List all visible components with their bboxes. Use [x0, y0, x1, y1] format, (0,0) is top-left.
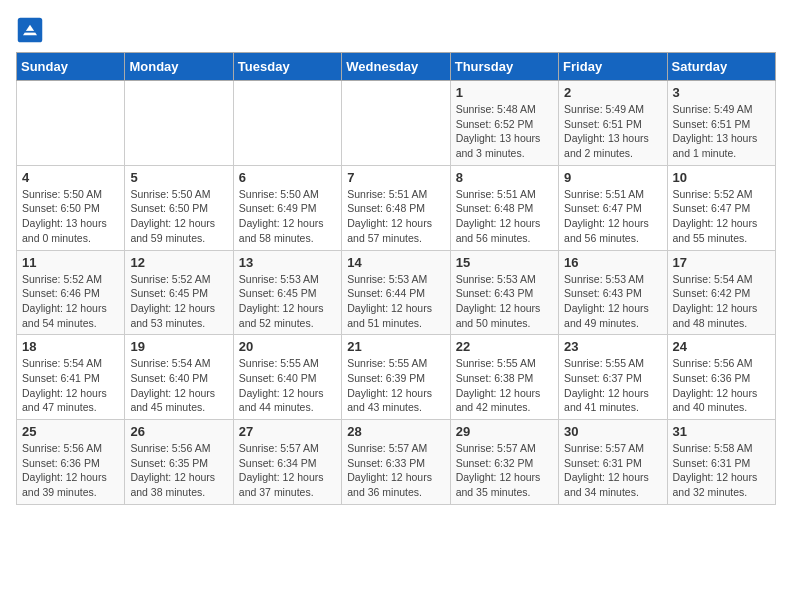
logo-icon	[16, 16, 44, 44]
day-number: 22	[456, 339, 553, 354]
weekday-header: Monday	[125, 53, 233, 81]
day-number: 16	[564, 255, 661, 270]
day-number: 20	[239, 339, 336, 354]
calendar-day-cell: 8Sunrise: 5:51 AM Sunset: 6:48 PM Daylig…	[450, 165, 558, 250]
day-info: Sunrise: 5:50 AM Sunset: 6:50 PM Dayligh…	[130, 187, 227, 246]
calendar-week-row: 11Sunrise: 5:52 AM Sunset: 6:46 PM Dayli…	[17, 250, 776, 335]
day-info: Sunrise: 5:50 AM Sunset: 6:50 PM Dayligh…	[22, 187, 119, 246]
calendar-day-cell: 27Sunrise: 5:57 AM Sunset: 6:34 PM Dayli…	[233, 420, 341, 505]
day-number: 7	[347, 170, 444, 185]
day-info: Sunrise: 5:54 AM Sunset: 6:42 PM Dayligh…	[673, 272, 770, 331]
weekday-header: Sunday	[17, 53, 125, 81]
calendar-day-cell: 2Sunrise: 5:49 AM Sunset: 6:51 PM Daylig…	[559, 81, 667, 166]
day-number: 14	[347, 255, 444, 270]
day-info: Sunrise: 5:52 AM Sunset: 6:47 PM Dayligh…	[673, 187, 770, 246]
day-number: 30	[564, 424, 661, 439]
day-number: 6	[239, 170, 336, 185]
calendar-day-cell: 31Sunrise: 5:58 AM Sunset: 6:31 PM Dayli…	[667, 420, 775, 505]
day-number: 26	[130, 424, 227, 439]
day-number: 3	[673, 85, 770, 100]
day-number: 27	[239, 424, 336, 439]
calendar-day-cell: 23Sunrise: 5:55 AM Sunset: 6:37 PM Dayli…	[559, 335, 667, 420]
day-number: 1	[456, 85, 553, 100]
day-info: Sunrise: 5:51 AM Sunset: 6:48 PM Dayligh…	[347, 187, 444, 246]
calendar-day-cell: 10Sunrise: 5:52 AM Sunset: 6:47 PM Dayli…	[667, 165, 775, 250]
day-number: 17	[673, 255, 770, 270]
day-info: Sunrise: 5:52 AM Sunset: 6:45 PM Dayligh…	[130, 272, 227, 331]
day-number: 15	[456, 255, 553, 270]
day-number: 21	[347, 339, 444, 354]
day-number: 18	[22, 339, 119, 354]
day-number: 11	[22, 255, 119, 270]
day-info: Sunrise: 5:52 AM Sunset: 6:46 PM Dayligh…	[22, 272, 119, 331]
calendar-day-cell: 14Sunrise: 5:53 AM Sunset: 6:44 PM Dayli…	[342, 250, 450, 335]
calendar-day-cell: 7Sunrise: 5:51 AM Sunset: 6:48 PM Daylig…	[342, 165, 450, 250]
calendar-table: SundayMondayTuesdayWednesdayThursdayFrid…	[16, 52, 776, 505]
calendar-day-cell: 6Sunrise: 5:50 AM Sunset: 6:49 PM Daylig…	[233, 165, 341, 250]
calendar-day-cell: 17Sunrise: 5:54 AM Sunset: 6:42 PM Dayli…	[667, 250, 775, 335]
svg-rect-2	[25, 31, 36, 33]
day-number: 23	[564, 339, 661, 354]
calendar-week-row: 18Sunrise: 5:54 AM Sunset: 6:41 PM Dayli…	[17, 335, 776, 420]
calendar-day-cell: 12Sunrise: 5:52 AM Sunset: 6:45 PM Dayli…	[125, 250, 233, 335]
day-number: 25	[22, 424, 119, 439]
calendar-day-cell	[233, 81, 341, 166]
day-number: 29	[456, 424, 553, 439]
day-info: Sunrise: 5:57 AM Sunset: 6:33 PM Dayligh…	[347, 441, 444, 500]
day-number: 5	[130, 170, 227, 185]
day-info: Sunrise: 5:56 AM Sunset: 6:36 PM Dayligh…	[673, 356, 770, 415]
calendar-day-cell	[125, 81, 233, 166]
day-info: Sunrise: 5:54 AM Sunset: 6:40 PM Dayligh…	[130, 356, 227, 415]
day-info: Sunrise: 5:53 AM Sunset: 6:45 PM Dayligh…	[239, 272, 336, 331]
logo	[16, 16, 48, 44]
day-info: Sunrise: 5:57 AM Sunset: 6:34 PM Dayligh…	[239, 441, 336, 500]
day-info: Sunrise: 5:48 AM Sunset: 6:52 PM Dayligh…	[456, 102, 553, 161]
calendar-day-cell: 9Sunrise: 5:51 AM Sunset: 6:47 PM Daylig…	[559, 165, 667, 250]
calendar-day-cell: 24Sunrise: 5:56 AM Sunset: 6:36 PM Dayli…	[667, 335, 775, 420]
calendar-day-cell: 15Sunrise: 5:53 AM Sunset: 6:43 PM Dayli…	[450, 250, 558, 335]
day-info: Sunrise: 5:49 AM Sunset: 6:51 PM Dayligh…	[673, 102, 770, 161]
day-info: Sunrise: 5:55 AM Sunset: 6:39 PM Dayligh…	[347, 356, 444, 415]
page-header	[16, 16, 776, 44]
weekday-header: Friday	[559, 53, 667, 81]
day-info: Sunrise: 5:57 AM Sunset: 6:32 PM Dayligh…	[456, 441, 553, 500]
calendar-day-cell: 18Sunrise: 5:54 AM Sunset: 6:41 PM Dayli…	[17, 335, 125, 420]
calendar-day-cell: 11Sunrise: 5:52 AM Sunset: 6:46 PM Dayli…	[17, 250, 125, 335]
calendar-week-row: 4Sunrise: 5:50 AM Sunset: 6:50 PM Daylig…	[17, 165, 776, 250]
weekday-header: Thursday	[450, 53, 558, 81]
day-info: Sunrise: 5:51 AM Sunset: 6:47 PM Dayligh…	[564, 187, 661, 246]
day-info: Sunrise: 5:51 AM Sunset: 6:48 PM Dayligh…	[456, 187, 553, 246]
day-number: 13	[239, 255, 336, 270]
day-info: Sunrise: 5:58 AM Sunset: 6:31 PM Dayligh…	[673, 441, 770, 500]
calendar-day-cell: 25Sunrise: 5:56 AM Sunset: 6:36 PM Dayli…	[17, 420, 125, 505]
day-info: Sunrise: 5:55 AM Sunset: 6:37 PM Dayligh…	[564, 356, 661, 415]
calendar-week-row: 1Sunrise: 5:48 AM Sunset: 6:52 PM Daylig…	[17, 81, 776, 166]
day-info: Sunrise: 5:53 AM Sunset: 6:43 PM Dayligh…	[456, 272, 553, 331]
calendar-day-cell: 3Sunrise: 5:49 AM Sunset: 6:51 PM Daylig…	[667, 81, 775, 166]
calendar-day-cell: 29Sunrise: 5:57 AM Sunset: 6:32 PM Dayli…	[450, 420, 558, 505]
calendar-day-cell: 21Sunrise: 5:55 AM Sunset: 6:39 PM Dayli…	[342, 335, 450, 420]
calendar-day-cell: 28Sunrise: 5:57 AM Sunset: 6:33 PM Dayli…	[342, 420, 450, 505]
calendar-day-cell: 16Sunrise: 5:53 AM Sunset: 6:43 PM Dayli…	[559, 250, 667, 335]
day-number: 24	[673, 339, 770, 354]
calendar-week-row: 25Sunrise: 5:56 AM Sunset: 6:36 PM Dayli…	[17, 420, 776, 505]
weekday-header-row: SundayMondayTuesdayWednesdayThursdayFrid…	[17, 53, 776, 81]
day-number: 4	[22, 170, 119, 185]
calendar-day-cell	[342, 81, 450, 166]
day-info: Sunrise: 5:50 AM Sunset: 6:49 PM Dayligh…	[239, 187, 336, 246]
day-info: Sunrise: 5:56 AM Sunset: 6:36 PM Dayligh…	[22, 441, 119, 500]
day-number: 28	[347, 424, 444, 439]
calendar-day-cell: 19Sunrise: 5:54 AM Sunset: 6:40 PM Dayli…	[125, 335, 233, 420]
calendar-day-cell: 1Sunrise: 5:48 AM Sunset: 6:52 PM Daylig…	[450, 81, 558, 166]
day-info: Sunrise: 5:55 AM Sunset: 6:40 PM Dayligh…	[239, 356, 336, 415]
day-number: 2	[564, 85, 661, 100]
day-info: Sunrise: 5:57 AM Sunset: 6:31 PM Dayligh…	[564, 441, 661, 500]
day-info: Sunrise: 5:54 AM Sunset: 6:41 PM Dayligh…	[22, 356, 119, 415]
day-info: Sunrise: 5:55 AM Sunset: 6:38 PM Dayligh…	[456, 356, 553, 415]
weekday-header: Saturday	[667, 53, 775, 81]
calendar-day-cell: 4Sunrise: 5:50 AM Sunset: 6:50 PM Daylig…	[17, 165, 125, 250]
calendar-day-cell	[17, 81, 125, 166]
calendar-day-cell: 5Sunrise: 5:50 AM Sunset: 6:50 PM Daylig…	[125, 165, 233, 250]
day-number: 9	[564, 170, 661, 185]
day-info: Sunrise: 5:53 AM Sunset: 6:44 PM Dayligh…	[347, 272, 444, 331]
